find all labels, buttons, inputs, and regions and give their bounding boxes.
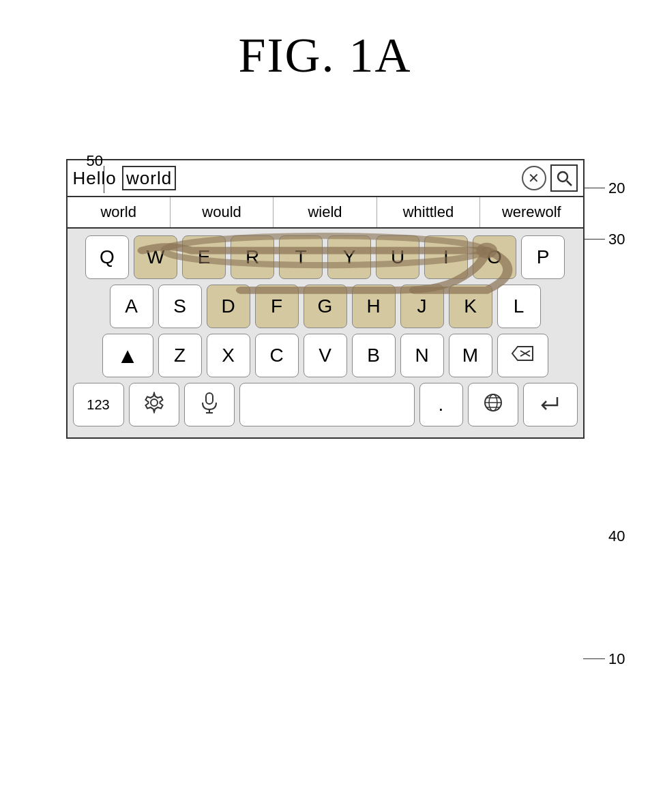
key-D[interactable]: D [207,285,250,328]
svg-point-0 [558,172,567,182]
backspace-icon [511,345,534,366]
key-J[interactable]: J [400,285,444,328]
globe-icon [483,392,503,418]
key-C[interactable]: C [255,334,299,377]
key-U[interactable]: U [376,235,419,279]
label-10: 10 [608,650,625,668]
key-E[interactable]: E [182,235,226,279]
suggestions-bar: world would wield whittled werewolf [68,197,583,229]
suggestion-world[interactable]: world [68,197,171,227]
search-button[interactable] [550,164,578,192]
key-globe[interactable] [468,383,518,426]
key-N[interactable]: N [400,334,444,377]
key-V[interactable]: V [304,334,347,377]
key-mic[interactable] [184,383,235,426]
key-P[interactable]: P [521,235,565,279]
key-R[interactable]: R [231,235,274,279]
search-bar: Hello world ✕ [68,160,583,197]
key-A[interactable]: A [110,285,153,328]
gear-icon [143,392,165,418]
shift-icon: ▲ [117,343,138,368]
suggestion-wield[interactable]: wield [274,197,376,227]
key-W[interactable]: W [134,235,177,279]
svg-rect-8 [206,393,213,404]
key-settings[interactable] [129,383,179,426]
key-Z[interactable]: Z [158,334,202,377]
label-30: 30 [608,231,625,248]
key-row-4: 123 [73,383,578,426]
key-row-3: ▲ Z X C V B N M [73,334,578,377]
keyboard-container: Hello world ✕ world would wield whittled… [66,159,585,439]
search-text-hello: Hello [73,168,122,188]
key-H[interactable]: H [352,285,396,328]
suggestion-would[interactable]: would [171,197,274,227]
key-O[interactable]: O [473,235,516,279]
mic-icon [200,392,219,418]
key-shift[interactable]: ▲ [102,334,153,377]
key-space[interactable] [239,383,415,426]
clear-button[interactable]: ✕ [522,166,546,190]
label-20: 20 [608,179,625,197]
key-M[interactable]: M [449,334,492,377]
key-Q[interactable]: Q [85,235,129,279]
svg-point-7 [151,399,158,406]
figure-title: FIG. 1A [0,0,650,125]
key-X[interactable]: X [207,334,250,377]
key-B[interactable]: B [352,334,396,377]
key-enter[interactable] [523,383,578,426]
key-K[interactable]: K [449,285,492,328]
label-40: 40 [608,527,625,545]
key-Y[interactable]: Y [327,235,371,279]
enter-icon [538,393,563,416]
key-T[interactable]: T [279,235,323,279]
svg-line-1 [567,181,572,186]
key-row-1: Q W E R T Y U I O P [73,235,578,279]
key-period[interactable]: . [419,383,463,426]
key-I[interactable]: I [424,235,468,279]
suggestion-whittled[interactable]: whittled [377,197,480,227]
key-S[interactable]: S [158,285,202,328]
label-50: 50 [87,152,103,170]
key-backspace[interactable] [497,334,548,377]
search-text: Hello world [73,168,518,189]
suggestion-werewolf[interactable]: werewolf [480,197,582,227]
svg-marker-4 [512,347,533,360]
key-F[interactable]: F [255,285,299,328]
search-text-world[interactable]: world [122,166,176,190]
key-L[interactable]: L [497,285,541,328]
key-num[interactable]: 123 [73,383,124,426]
search-icon [555,169,573,187]
key-G[interactable]: G [304,285,347,328]
key-row-2: A S D F G H J K L [73,285,578,328]
